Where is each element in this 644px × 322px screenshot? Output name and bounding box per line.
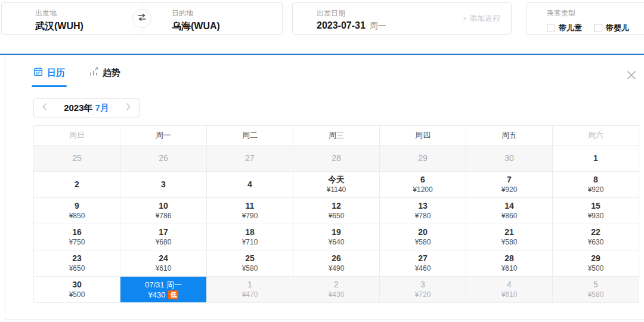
swap-arrows-icon [137, 13, 147, 24]
day-price: ¥750 [69, 238, 85, 247]
day-number: 4 [507, 280, 512, 290]
calendar-day-cell[interactable]: 16¥750 [34, 224, 120, 250]
day-price: ¥580 [588, 290, 604, 299]
tab-calendar-label: 日历 [47, 67, 65, 78]
day-number: 24 [159, 253, 168, 264]
calendar-day-cell[interactable]: 20¥580 [380, 224, 466, 250]
calendar-day-cell[interactable]: 4 [207, 172, 293, 198]
day-number: 10 [159, 201, 168, 211]
tab-calendar[interactable]: 日历 [33, 67, 65, 87]
calendar-day-cell[interactable]: 9¥850 [34, 198, 120, 224]
day-price: ¥430低 [148, 290, 179, 299]
calendar-day-cell[interactable]: 17¥680 [120, 224, 207, 250]
next-month-button[interactable] [125, 102, 131, 114]
calendar-week-row: 9¥85010¥78611¥79012¥65013¥78014¥86015¥93… [34, 198, 639, 224]
calendar-day-cell: 1¥470 [207, 277, 293, 303]
calendar-day-cell[interactable]: 23¥650 [34, 250, 120, 277]
close-panel-button[interactable] [626, 69, 637, 81]
with-infants-checkbox[interactable] [594, 24, 602, 32]
calendar-day-cell[interactable]: 7¥920 [466, 172, 553, 198]
day-number: 18 [245, 227, 255, 237]
route-box: 出发地 武汉(WUH) 目的地 乌海(WUA) [1, 2, 283, 35]
destination-field[interactable]: 目的地 乌海(WUA) [145, 3, 282, 34]
destination-value: 乌海(WUA) [172, 20, 282, 33]
calendar-day-cell[interactable]: 27¥460 [380, 250, 466, 277]
day-number: 20 [418, 227, 428, 237]
trend-icon [89, 67, 98, 78]
day-number: 7 [507, 175, 512, 185]
with-infants-option[interactable]: 带婴儿 [594, 23, 629, 33]
day-number: 07/31 周一 [145, 280, 182, 290]
calendar-body: 2526272829301234今天¥11406¥12007¥9208¥9209… [34, 145, 639, 303]
day-number: 4 [247, 179, 252, 190]
calendar-day-cell-selected[interactable]: 07/31 周一¥430低 [120, 277, 207, 303]
day-number: 27 [245, 153, 255, 163]
passenger-type-label: 乘客类型 [547, 8, 644, 18]
day-number: 22 [591, 227, 600, 237]
calendar-day-cell[interactable]: 12¥650 [293, 198, 380, 224]
departure-date-box[interactable]: 出发日期 2023-07-31周一 + 添加返程 [292, 2, 512, 35]
calendar-week-row: 2526272829301 [34, 145, 639, 172]
calendar-day-cell[interactable]: 3 [120, 172, 207, 198]
day-price: ¥490 [329, 264, 345, 273]
calendar-day-cell[interactable]: 25¥580 [207, 250, 293, 277]
calendar-day-cell[interactable]: 24¥610 [120, 250, 207, 277]
destination-label: 目的地 [172, 8, 282, 18]
day-price: ¥850 [69, 212, 85, 221]
month-title: 2023年7月 [64, 103, 109, 114]
day-number: 14 [504, 201, 514, 211]
calendar-day-cell[interactable]: 21¥580 [466, 224, 553, 250]
swap-route-button[interactable] [132, 9, 151, 28]
calendar-day-cell: 5¥580 [553, 277, 639, 303]
calendar-day-cell[interactable]: 26¥490 [293, 250, 380, 277]
day-price: ¥470 [242, 290, 258, 299]
day-number: 26 [159, 153, 168, 163]
day-price: ¥790 [242, 212, 258, 221]
with-children-checkbox[interactable] [547, 24, 555, 32]
day-price: ¥680 [156, 238, 172, 247]
calendar-day-cell[interactable]: 30¥500 [34, 277, 120, 303]
calendar-header-row: 周日周一周二周三周四周五周六 [34, 126, 639, 145]
departure-weekday: 周一 [370, 21, 386, 30]
day-number: 8 [593, 175, 598, 185]
weekday-header: 周一 [120, 126, 207, 145]
calendar-day-cell[interactable]: 15¥930 [553, 198, 639, 224]
day-price: ¥860 [501, 212, 518, 221]
day-number: 2 [75, 179, 79, 190]
calendar-day-cell: 25 [34, 145, 120, 172]
calendar-day-cell[interactable]: 今天¥1140 [293, 172, 380, 198]
calendar-day-cell[interactable]: 19¥640 [293, 224, 380, 250]
day-price: ¥720 [415, 290, 431, 299]
day-number: 15 [591, 201, 600, 211]
calendar-day-cell[interactable]: 13¥780 [380, 198, 466, 224]
calendar-day-cell[interactable]: 14¥860 [466, 198, 553, 224]
day-price: ¥500 [69, 290, 85, 299]
add-return-button[interactable]: + 添加返程 [463, 13, 500, 24]
calendar-week-row: 234今天¥11406¥12007¥9208¥920 [34, 172, 639, 198]
calendar-day-cell: 26 [120, 145, 207, 172]
calendar-day-cell[interactable]: 8¥920 [553, 172, 639, 198]
day-number: 25 [72, 153, 82, 163]
calendar-day-cell[interactable]: 29¥500 [553, 250, 639, 277]
calendar-day-cell[interactable]: 22¥630 [553, 224, 639, 250]
with-children-label: 带儿童 [559, 23, 582, 33]
origin-label: 出发地 [35, 8, 145, 18]
calendar-day-cell[interactable]: 10¥786 [120, 198, 207, 224]
month-value: 7月 [95, 103, 109, 113]
calendar-day-cell[interactable]: 18¥710 [207, 224, 293, 250]
tab-trend[interactable]: 趋势 [89, 67, 120, 87]
weekday-header: 周六 [553, 126, 639, 145]
day-price: ¥780 [415, 212, 431, 221]
calendar-day-cell[interactable]: 11¥790 [207, 198, 293, 224]
day-number: 9 [75, 201, 79, 211]
day-number: 11 [246, 201, 255, 211]
day-price: ¥930 [588, 212, 604, 221]
calendar-day-cell[interactable]: 2 [34, 172, 120, 198]
prev-month-button[interactable] [42, 102, 48, 114]
with-children-option[interactable]: 带儿童 [547, 23, 582, 33]
calendar-day-cell[interactable]: 6¥1200 [380, 172, 466, 198]
day-price: ¥1200 [413, 185, 432, 194]
calendar-day-cell[interactable]: 1 [553, 145, 639, 172]
origin-field[interactable]: 出发地 武汉(WUH) [2, 3, 145, 34]
calendar-day-cell[interactable]: 28¥610 [466, 250, 553, 277]
